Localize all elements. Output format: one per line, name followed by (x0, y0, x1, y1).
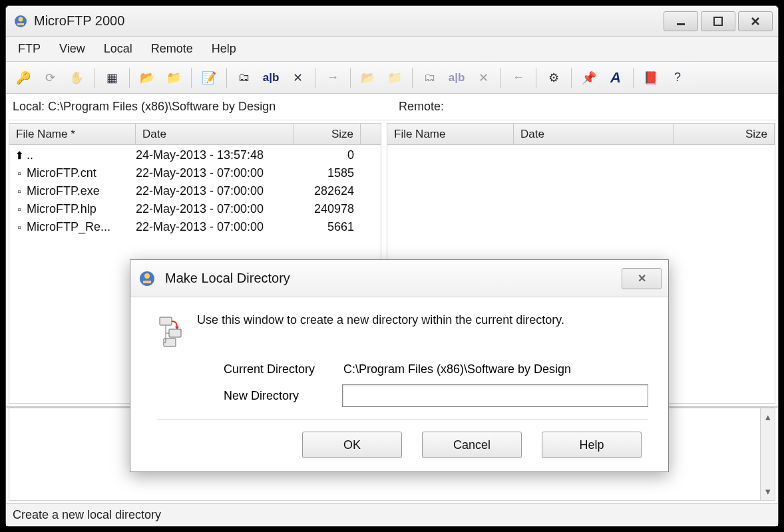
table-row[interactable]: ▫MicroFTP.hlp22-May-2013 - 07:00:0024097… (9, 200, 381, 218)
file-size: 5661 (294, 220, 361, 234)
current-directory-label: Current Directory (224, 362, 343, 376)
toolbar-separator (412, 68, 413, 88)
file-name: MicroFTP.exe (25, 184, 136, 198)
remote-col-size[interactable]: Size (674, 124, 775, 144)
table-row[interactable]: ▫MicroFTP_Re...22-May-2013 - 07:00:00566… (9, 218, 381, 236)
svg-point-2 (19, 17, 23, 21)
statusbar: Create a new local directory (6, 503, 778, 526)
local-col-size[interactable]: Size (294, 124, 361, 144)
svg-rect-6 (143, 281, 151, 283)
local-col-name[interactable]: File Name * (9, 124, 136, 144)
remote-rename-icon: a|b (445, 66, 469, 90)
file-icon: ▫ (9, 203, 25, 215)
abort-icon: ✋ (65, 66, 89, 90)
folder-up-icon: ⬆ (9, 150, 25, 162)
help-button[interactable]: Help (542, 432, 642, 458)
menu-help[interactable]: Help (202, 38, 246, 60)
local-up-icon[interactable]: 📁 (162, 66, 186, 90)
svg-rect-4 (714, 17, 722, 25)
dialog-instruction: Use this window to create a new director… (197, 313, 648, 327)
table-row[interactable]: ▫MicroFTP.exe22-May-2013 - 07:00:0028262… (9, 182, 381, 200)
help-icon[interactable]: ? (666, 66, 689, 90)
menu-remote[interactable]: Remote (142, 38, 202, 60)
local-path-label: Local: C:\Program Files (x86)\Software b… (6, 100, 392, 114)
log-scrollbar[interactable]: ▴ ▾ (760, 408, 775, 500)
connect-icon[interactable]: 🔑 (11, 66, 35, 90)
cancel-button[interactable]: Cancel (422, 432, 522, 458)
toolbar-separator (226, 68, 227, 88)
current-directory-value: C:\Program Files (x86)\Software by Desig… (343, 362, 648, 376)
remote-col-date[interactable]: Date (514, 124, 674, 144)
menu-ftp[interactable]: FTP (9, 38, 50, 60)
file-icon: ▫ (9, 168, 25, 179)
refresh-icon: ⟳ (38, 66, 62, 90)
svg-rect-1 (17, 23, 24, 25)
svg-rect-3 (677, 23, 685, 25)
file-name: MicroFTP.cnt (25, 166, 136, 180)
table-row[interactable]: ⬆..24-May-2013 - 13:57:480 (9, 146, 381, 164)
toolbar-separator (571, 68, 572, 88)
file-date: 24-May-2013 - 13:57:48 (136, 148, 294, 162)
toolbar-separator (633, 68, 634, 88)
local-delete-icon[interactable]: ✕ (286, 66, 309, 90)
file-date: 22-May-2013 - 07:00:00 (136, 220, 294, 234)
toolbar-separator (129, 68, 130, 88)
dialog-icon (137, 269, 157, 289)
local-rename-icon[interactable]: a|b (259, 66, 283, 90)
local-open-icon[interactable]: 📂 (135, 66, 159, 90)
help-book-icon[interactable]: 📕 (639, 66, 663, 90)
local-mkdir-icon[interactable]: 🗂 (232, 66, 256, 90)
app-icon (13, 13, 29, 29)
svg-rect-8 (160, 317, 172, 325)
file-icon: ▫ (9, 221, 25, 233)
ok-button[interactable]: OK (302, 432, 402, 458)
download-icon: ← (506, 66, 530, 90)
local-edit-icon[interactable]: 📝 (197, 66, 221, 90)
dialog-titlebar: Make Local Directory ✕ (130, 260, 668, 297)
close-button[interactable] (738, 11, 773, 31)
scroll-down-icon[interactable]: ▾ (765, 485, 771, 497)
font-icon[interactable]: A (604, 66, 628, 90)
titlebar: MicroFTP 2000 (6, 6, 778, 37)
folder-tree-icon (157, 313, 197, 348)
maximize-button[interactable] (701, 11, 735, 31)
window-title: MicroFTP 2000 (34, 13, 124, 29)
menubar: FTP View Local Remote Help (6, 37, 778, 62)
upload-icon: → (321, 66, 345, 90)
auto-icon[interactable]: ⚙ (542, 66, 566, 90)
remote-path-label: Remote: (392, 100, 778, 114)
new-directory-input[interactable] (342, 384, 648, 407)
remote-open-icon: 📂 (356, 66, 380, 90)
file-date: 22-May-2013 - 07:00:00 (136, 184, 294, 198)
make-local-directory-dialog: Make Local Directory ✕ Use this window t… (130, 259, 669, 472)
local-col-date[interactable]: Date (136, 124, 294, 144)
toolbar-separator (94, 68, 95, 88)
path-row: Local: C:\Program Files (x86)\Software b… (6, 94, 778, 120)
minimize-button[interactable] (664, 11, 698, 31)
file-size: 240978 (294, 202, 361, 216)
file-date: 22-May-2013 - 07:00:00 (136, 166, 294, 180)
dialog-title: Make Local Directory (165, 271, 290, 286)
scroll-up-icon[interactable]: ▴ (765, 411, 771, 423)
file-size: 282624 (294, 184, 361, 198)
pin-icon[interactable]: 📌 (577, 66, 601, 90)
toolbar-separator (536, 68, 536, 88)
toolbar-separator (191, 68, 192, 88)
remote-delete-icon: ✕ (471, 66, 495, 90)
file-size: 1585 (294, 166, 361, 180)
menu-view[interactable]: View (50, 38, 95, 60)
svg-rect-10 (169, 329, 181, 337)
remote-mkdir-icon: 🗂 (418, 66, 442, 90)
transfer-mode-icon[interactable]: ▦ (100, 66, 124, 90)
dialog-close-button[interactable]: ✕ (622, 268, 662, 289)
remote-columns: File Name Date Size (387, 124, 775, 145)
close-icon: ✕ (638, 272, 646, 285)
status-text: Create a new local directory (13, 508, 161, 522)
local-columns: File Name * Date Size (9, 124, 381, 145)
file-size: 0 (294, 148, 361, 162)
file-icon: ▫ (9, 186, 25, 197)
remote-col-name[interactable]: File Name (387, 124, 514, 144)
menu-local[interactable]: Local (95, 38, 142, 60)
table-row[interactable]: ▫MicroFTP.cnt22-May-2013 - 07:00:001585 (9, 164, 381, 182)
file-name: MicroFTP_Re... (25, 220, 136, 234)
